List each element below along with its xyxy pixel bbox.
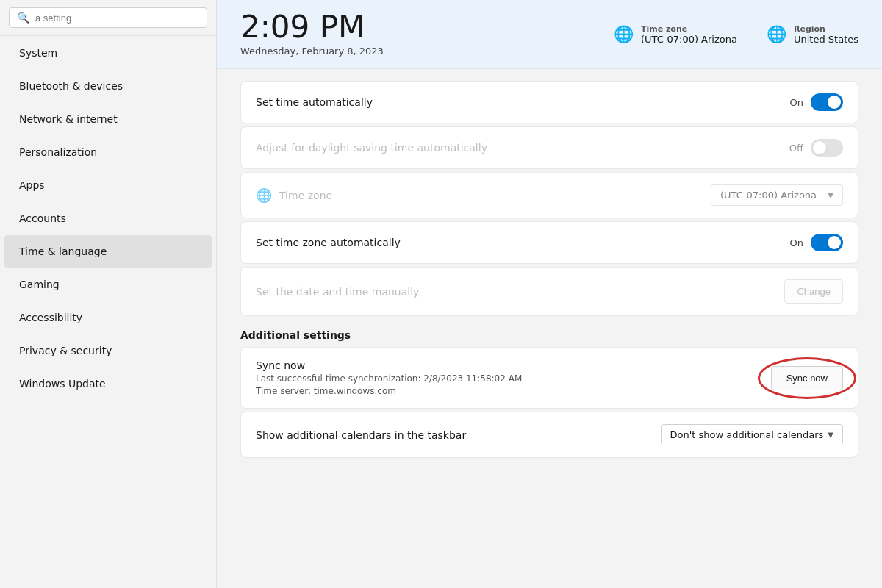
region-info: 🌐 Region United States — [767, 24, 858, 45]
set-time-auto-status: On — [790, 97, 803, 108]
nav-items-list: SystemBluetooth & devicesNetwork & inter… — [0, 36, 216, 401]
set-timezone-auto-right: On — [790, 234, 843, 251]
sidebar: 🔍 SystemBluetooth & devicesNetwork & int… — [0, 0, 217, 588]
sidebar-item-system[interactable]: System — [4, 37, 212, 69]
sync-card: Sync now Last successful time synchroniz… — [240, 347, 858, 409]
sync-row: Sync now Last successful time synchroniz… — [241, 348, 858, 408]
sidebar-item-personalization[interactable]: Personalization — [4, 136, 212, 168]
daylight-saving-label: Adjust for daylight saving time automati… — [256, 142, 487, 154]
calendar-card: Show additional calendars in the taskbar… — [240, 412, 858, 458]
sidebar-item-windows-update[interactable]: Windows Update — [4, 368, 212, 400]
timezone-info: 🌐 Time zone (UTC-07:00) Arizona — [614, 24, 737, 45]
timezone-text: Time zone (UTC-07:00) Arizona — [641, 24, 737, 45]
manual-datetime-card: Set the date and time manually Change — [240, 267, 858, 316]
daylight-saving-status: Off — [789, 143, 803, 154]
daylight-saving-row: Adjust for daylight saving time automati… — [241, 127, 858, 168]
timezone-globe-icon: 🌐 — [256, 187, 272, 203]
header-area: 2:09 PM Wednesday, February 8, 2023 🌐 Ti… — [217, 0, 882, 69]
sidebar-item-bluetooth[interactable]: Bluetooth & devices — [4, 70, 212, 102]
sidebar-item-network[interactable]: Network & internet — [4, 103, 212, 135]
sidebar-item-time-language[interactable]: Time & language — [4, 235, 212, 268]
calendar-label: Show additional calendars in the taskbar — [256, 429, 466, 441]
set-time-auto-right: On — [790, 93, 843, 111]
timezone-row: 🌐 Time zone (UTC-07:00) Arizona ▼ — [241, 173, 858, 218]
manual-datetime-label: Set the date and time manually — [256, 286, 419, 298]
header-right: 🌐 Time zone (UTC-07:00) Arizona 🌐 Region… — [614, 24, 858, 45]
main-content: 2:09 PM Wednesday, February 8, 2023 🌐 Ti… — [217, 0, 882, 588]
timezone-value: (UTC-07:00) Arizona — [641, 34, 737, 45]
set-timezone-auto-status: On — [790, 237, 803, 248]
search-input[interactable] — [35, 12, 199, 24]
settings-content: Set time automatically On Adjust for day… — [217, 69, 882, 473]
daylight-saving-toggle[interactable] — [811, 139, 843, 157]
set-time-auto-row: Set time automatically On — [241, 82, 858, 123]
search-container: 🔍 — [0, 0, 216, 36]
sidebar-item-accessibility[interactable]: Accessibility — [4, 301, 212, 334]
calendar-dropdown[interactable]: Don't show additional calendars ▼ — [661, 424, 843, 445]
timezone-dropdown-value: (UTC-07:00) Arizona — [720, 190, 817, 201]
calendar-chevron-icon: ▼ — [828, 431, 833, 439]
globe-icon: 🌐 — [614, 25, 634, 43]
search-box: 🔍 — [9, 7, 207, 28]
daylight-saving-card: Adjust for daylight saving time automati… — [240, 126, 858, 169]
calendar-dropdown-value: Don't show additional calendars — [670, 429, 824, 440]
additional-settings-title: Additional settings — [240, 319, 858, 347]
current-date: Wednesday, February 8, 2023 — [240, 46, 384, 57]
search-icon: 🔍 — [17, 12, 29, 24]
sync-title: Sync now — [256, 359, 522, 371]
set-time-auto-toggle[interactable] — [811, 93, 843, 111]
timezone-row-label: 🌐 Time zone — [256, 187, 332, 203]
set-time-auto-card: Set time automatically On — [240, 81, 858, 123]
region-value: United States — [794, 34, 858, 45]
region-icon: 🌐 — [767, 25, 786, 43]
set-timezone-auto-row: Set time zone automatically On — [241, 222, 858, 263]
chevron-down-icon: ▼ — [828, 191, 833, 199]
sync-info: Sync now Last successful time synchroniz… — [256, 359, 522, 396]
timezone-card: 🌐 Time zone (UTC-07:00) Arizona ▼ — [240, 172, 858, 218]
sidebar-item-accounts[interactable]: Accounts — [4, 202, 212, 234]
sidebar-item-gaming[interactable]: Gaming — [4, 268, 212, 301]
sync-button-wrapper: Sync now — [771, 366, 843, 390]
region-label: Region — [794, 24, 858, 34]
set-time-auto-label: Set time automatically — [256, 96, 373, 108]
manual-datetime-right: Change — [784, 279, 843, 304]
timezone-label: Time zone — [641, 24, 737, 34]
set-timezone-auto-label: Set time zone automatically — [256, 237, 401, 248]
daylight-saving-right: Off — [789, 139, 843, 157]
sync-last-sync: Last successful time synchronization: 2/… — [256, 373, 522, 384]
time-display: 2:09 PM Wednesday, February 8, 2023 — [240, 12, 384, 57]
manual-datetime-row: Set the date and time manually Change — [241, 268, 858, 315]
calendar-row: Show additional calendars in the taskbar… — [241, 412, 858, 457]
set-timezone-auto-toggle[interactable] — [811, 234, 843, 251]
sidebar-item-apps[interactable]: Apps — [4, 169, 212, 201]
current-time: 2:09 PM — [240, 12, 384, 43]
sync-time-server: Time server: time.windows.com — [256, 386, 522, 396]
sidebar-item-privacy[interactable]: Privacy & security — [4, 334, 212, 367]
change-datetime-button[interactable]: Change — [784, 279, 843, 304]
sync-now-button[interactable]: Sync now — [771, 366, 843, 390]
set-timezone-auto-card: Set time zone automatically On — [240, 221, 858, 264]
region-text: Region United States — [794, 24, 858, 45]
timezone-dropdown[interactable]: (UTC-07:00) Arizona ▼ — [711, 184, 843, 206]
